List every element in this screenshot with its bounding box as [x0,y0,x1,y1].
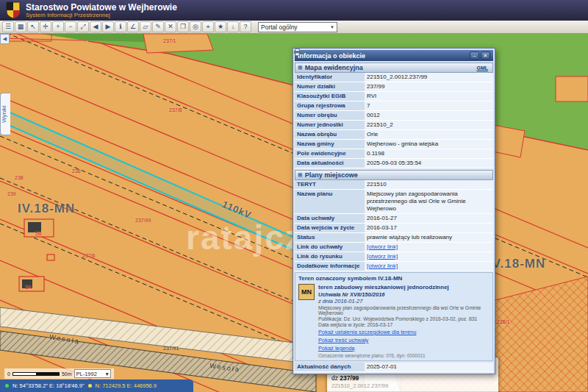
section-title: Mapa ewidencyjna [305,64,475,71]
zone-info-panel: Teren oznaczony symbolem IV.18-MN MN ter… [295,272,493,361]
app-subtitle: System Informacji Przestrzennej [26,12,177,18]
menu-icon[interactable]: ☰ [2,21,14,32]
row-label: Link do rysunku [295,252,365,261]
popup-title: Informacja o obiekcie [298,52,365,60]
chevron-down-icon: ▼ [330,25,334,29]
select-arrow-icon[interactable]: ↖ [27,21,39,32]
section-cadastral-header[interactable]: ▦ Mapa ewidencyjna GML [295,63,493,73]
row-label: Nazwa planu [295,190,365,213]
popup-titlebar[interactable]: Informacja o obiekcie – ✕ [295,50,493,61]
print-icon[interactable]: ❐ [177,21,189,32]
draw-icon[interactable]: ✎ [152,21,164,32]
gml-export-link[interactable]: GML [476,65,488,71]
section-title: Plany miejscowe [305,171,490,179]
scale-bar-graphic [12,372,60,376]
info-popup: Informacja o obiekcie – ✕ ▦ Mapa ewidenc… [293,48,495,374]
search-icon[interactable]: ◎ [190,21,201,32]
row-label: Identyfikator [295,73,365,82]
zone-resolution-date: z dnia 2016-01-27 [318,298,490,304]
row-label: Nazwa obrębu [295,130,365,139]
parcel-number-label: 236 [72,168,81,174]
row-value: 2016-03-17 [365,224,493,232]
app-window: Starostwo Powiatowe w Wejherowie System … [0,0,588,392]
open-link[interactable]: [otwórz link] [365,262,493,271]
help-icon[interactable]: ? [240,21,251,32]
map-canvas[interactable]: IV.18-MNIV.18-MN110kVIV.0WesołaWesoła237… [0,34,588,392]
row-value: prawnie wiążący lub realizowany [365,233,493,242]
parcel-number-label: 237/1 [163,38,176,43]
row-value: RVI [365,92,493,101]
open-link[interactable]: [otwórz link] [365,252,493,261]
parcel-number-label: 228/1 [497,319,510,324]
sidebar-collapse-button[interactable]: ◀ [0,34,10,44]
measure-area-icon[interactable]: ▱ [140,21,151,32]
row-value: Orle [365,130,493,139]
zone-label: IV.18-MN [488,257,545,271]
identify-icon[interactable]: ℹ [115,21,126,32]
toolbar-icons: ☰▦↖✛+−⤢◀▶ℹ∠▱✎✕❐◎⌖★↓? [2,21,251,32]
zone-link[interactable]: Pokaż ustalenia szczegółowe dla terenu [318,329,490,335]
parcel-number-label: 5B [35,231,42,236]
printer-icon[interactable] [293,49,301,56]
scale-label: 50m [62,371,72,377]
coat-of-arms [6,1,21,19]
parcel-number-label: 237/91 [163,346,179,351]
measure-length-icon[interactable]: ∠ [127,21,139,32]
row-label: Pole ewidencyjne [295,149,365,158]
open-link[interactable]: [otwórz link] [365,243,493,252]
row-label: Numer działki [295,82,365,91]
info-row: Data wejścia w życie2016-03-17 [295,224,493,233]
row-label: Link do uchwały [295,243,365,252]
coordinates-icon[interactable]: ⌖ [202,21,214,32]
row-value: 221510 [365,180,493,189]
parcel-number-label: 238 [15,175,24,180]
zone-symbol-swatch: MN [298,284,315,300]
row-label: Klasoużytki EGiB [295,92,365,101]
row-value: 2025-09-03 05:35:54 [365,159,493,168]
zone-link[interactable]: Pokaż legendę [318,345,490,352]
row-label: TERYT [295,180,365,189]
crs-select[interactable]: PL-1992 ▾ [74,369,111,378]
parcel-number-label: 237/8 [169,107,182,113]
pan-icon[interactable]: ✛ [40,21,51,32]
zoom-extent-icon[interactable]: ⤢ [77,21,89,32]
section-plans-header[interactable]: ▦ Plany miejscowe [295,170,493,180]
next-view-icon[interactable]: ▶ [102,21,114,32]
watermark: ratajcz [186,218,304,257]
row-label: Data uchwały [295,214,365,223]
info-row: Klasoużytki EGiBRVI [295,92,493,101]
zone-header: Teren oznaczony symbolem IV.18-MN [298,275,490,282]
results-tab[interactable]: Wyniki [0,93,10,135]
info-row: Numer obrębu0012 [295,111,493,121]
scale-zero: 0 [7,371,10,377]
info-row: Numer jednostki221510_2 [295,121,493,130]
info-row: Numer działki237/99 [295,82,493,92]
row-value: 221510_2.0012.237/99 [365,73,493,82]
bookmark-icon[interactable]: ★ [215,21,226,32]
parcel-identifier: 221510_2.0012.237/99 [331,382,494,390]
projected-marker-icon [88,384,92,388]
parcel-number-label: 237/6 [82,253,96,258]
portal-select-value: Portal ogólny [261,24,298,31]
zone-link[interactable]: Pokaż treść uchwały [318,337,490,343]
close-icon[interactable]: ✕ [481,51,490,60]
erase-icon[interactable]: ✕ [165,21,176,32]
row-value: 221510_2 [365,121,493,129]
row-label: Numer obrębu [295,111,365,120]
row-value: Wejherowo - gmina wiejska [365,140,493,149]
scale-bar: 0 50m PL-1992 ▾ [4,368,114,379]
row-label: Numer jednostki [295,121,365,129]
zoom-in-icon[interactable]: + [52,21,64,32]
info-row: Nazwa gminyWejherowo - gmina wiejska [295,140,493,149]
portal-select[interactable]: Portal ogólny ▼ [258,22,337,32]
info-row: Grupa rejestrowa7 [295,101,493,111]
parcel-number-label: 239 [7,191,16,196]
actuality-row: Aktualność danych 2025-07-01 [295,363,493,372]
minimize-button[interactable]: – [470,51,479,60]
zone-links: Pokaż ustalenia szczegółowe dla terenuPo… [318,329,490,352]
previous-view-icon[interactable]: ◀ [90,21,101,32]
layers-icon[interactable]: ▦ [15,21,26,32]
coordinates-bar: N: 54°33'58.2" E: 18°18'46.9" N: 712429.… [0,379,193,392]
zoom-out-icon[interactable]: − [65,21,76,32]
download-icon[interactable]: ↓ [227,21,239,32]
